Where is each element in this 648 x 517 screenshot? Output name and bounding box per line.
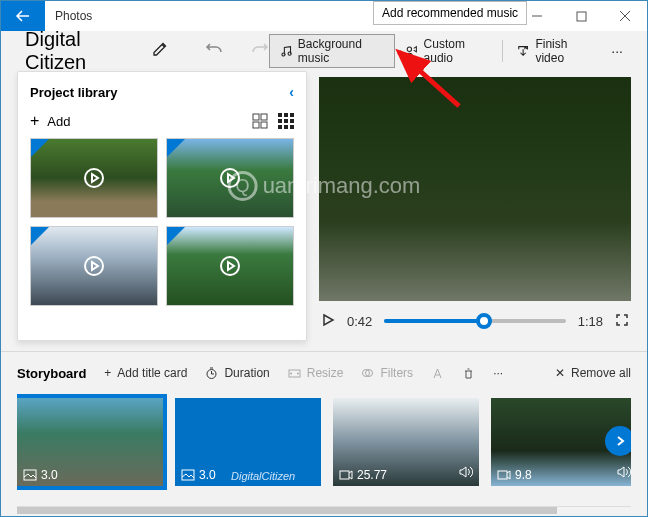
view-large-icon[interactable] (252, 113, 268, 129)
separator (502, 40, 503, 62)
svg-rect-14 (278, 125, 282, 129)
svg-rect-27 (340, 471, 349, 479)
back-button[interactable] (1, 1, 45, 31)
svg-rect-15 (284, 125, 288, 129)
storyboard-panel: Storyboard +Add title card Duration Resi… (1, 351, 647, 506)
clip[interactable]: 25.77 (333, 398, 479, 486)
finish-video-button[interactable]: Finish video (507, 34, 601, 68)
close-button[interactable] (603, 1, 647, 31)
svg-rect-12 (284, 119, 288, 123)
app-title: Photos (45, 9, 92, 23)
library-heading: Project library (30, 85, 117, 100)
total-time: 1:18 (578, 314, 603, 329)
preview-panel: 0:42 1:18 (319, 71, 631, 341)
svg-point-3 (407, 47, 411, 51)
svg-rect-0 (577, 12, 586, 21)
svg-rect-8 (278, 113, 282, 117)
more-options-button[interactable]: ··· (601, 34, 633, 68)
resize-button[interactable]: Resize (288, 366, 344, 380)
library-thumbnail[interactable] (30, 226, 158, 306)
tooltip: Add recommended music (373, 1, 527, 25)
volume-icon (617, 464, 631, 482)
delete-clip-button[interactable] (462, 367, 475, 380)
seek-slider[interactable] (384, 319, 565, 323)
svg-rect-11 (278, 119, 282, 123)
edit-title-icon[interactable] (151, 40, 169, 62)
svg-rect-7 (261, 122, 267, 128)
svg-point-2 (288, 52, 291, 55)
maximize-button[interactable] (559, 1, 603, 31)
svg-point-17 (85, 169, 103, 187)
library-thumbnail[interactable] (30, 138, 158, 218)
svg-rect-25 (24, 470, 36, 480)
svg-point-19 (85, 257, 103, 275)
svg-point-20 (221, 257, 239, 275)
title-bar: Photos (1, 1, 647, 31)
remove-all-button[interactable]: ✕Remove all (555, 366, 631, 380)
duration-button[interactable]: Duration (205, 366, 269, 380)
scroll-right-button[interactable] (605, 426, 631, 456)
clip[interactable]: 3.0 (17, 398, 163, 486)
svg-rect-5 (261, 114, 267, 120)
svg-rect-6 (253, 122, 259, 128)
music-icon (280, 44, 292, 58)
collapse-library-icon[interactable]: ‹ (289, 84, 294, 100)
person-audio-icon (405, 44, 417, 58)
export-icon (517, 44, 529, 58)
horizontal-scrollbar[interactable] (17, 506, 631, 514)
library-thumbnail[interactable] (166, 226, 294, 306)
fullscreen-button[interactable] (615, 313, 629, 330)
project-library-panel: Project library ‹ + Add (17, 71, 307, 341)
custom-audio-button[interactable]: Custom audio (395, 34, 498, 68)
library-thumbnail[interactable] (166, 138, 294, 218)
svg-rect-10 (290, 113, 294, 117)
clip-more-button[interactable]: ··· (493, 366, 503, 380)
volume-icon (459, 464, 473, 482)
add-title-card-button[interactable]: +Add title card (104, 366, 187, 380)
svg-rect-13 (290, 119, 294, 123)
clips-row: 3.0 3.0 DigitalCitizen 25.77 9.8 (17, 388, 631, 500)
plus-icon: + (30, 112, 39, 130)
svg-rect-28 (498, 471, 507, 479)
clip[interactable]: 3.0 DigitalCitizen (175, 398, 321, 486)
text-button[interactable] (431, 367, 444, 380)
current-time: 0:42 (347, 314, 372, 329)
svg-point-1 (281, 53, 284, 56)
undo-button[interactable] (205, 40, 223, 62)
redo-button[interactable] (251, 40, 269, 62)
filters-button[interactable]: Filters (361, 366, 413, 380)
svg-rect-9 (284, 113, 288, 117)
top-toolbar: Digital Citizen Background music Custom … (1, 31, 647, 71)
svg-rect-4 (253, 114, 259, 120)
svg-rect-16 (290, 125, 294, 129)
svg-point-18 (221, 169, 239, 187)
view-small-icon[interactable] (278, 113, 294, 129)
preview-frame[interactable] (319, 77, 631, 301)
svg-rect-26 (182, 470, 194, 480)
add-media-button[interactable]: + Add (30, 112, 70, 130)
play-button[interactable] (321, 313, 335, 330)
background-music-button[interactable]: Background music (269, 34, 396, 68)
project-title: Digital Citizen (25, 28, 137, 74)
storyboard-title: Storyboard (17, 366, 86, 381)
